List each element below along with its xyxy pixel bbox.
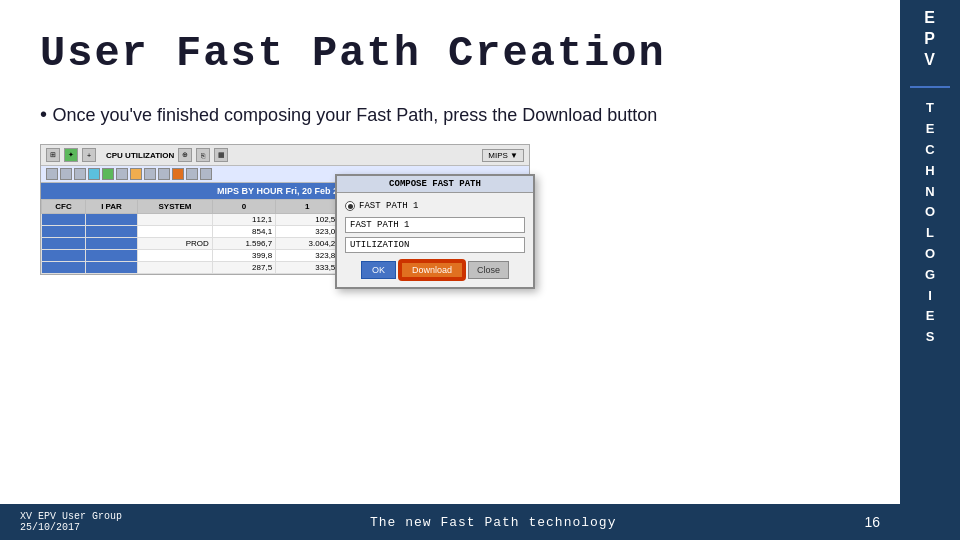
cell-0-4: 399,8 [212,250,275,262]
cell-ipar-1 [85,214,137,226]
sidebar-top-letters: EPV [924,8,936,70]
sidebar-bottom-letters: TECHNOLOGIES [925,98,935,348]
cell-cfc-2 [42,226,86,238]
cell-cfc-5 [42,262,86,274]
toolbar-icon-5: ⎘ [196,148,210,162]
cell-cfc-3 [42,238,86,250]
cell-sys-2 [138,226,213,238]
toolbar-icon-2: ✦ [64,148,78,162]
sc-toolbar: ⊞ ✦ + CPU UTILIZATION ⊕ ⎘ ▦ MIPS ▼ [41,145,529,166]
cell-1-3: 3.004,2 [276,238,339,250]
cell-cfc-4 [42,250,86,262]
cell-1-5: 333,5 [276,262,339,274]
footer-center-text: The new Fast Path technology [370,515,616,530]
toolbar-icon-1: ⊞ [46,148,60,162]
col-header-ipar: I PAR [85,200,137,214]
cell-0-1: 112,1 [212,214,275,226]
cell-1-4: 323,8 [276,250,339,262]
download-button[interactable]: Download [400,261,464,279]
cell-ipar-2 [85,226,137,238]
screenshot-wrapper: ⊞ ✦ + CPU UTILIZATION ⊕ ⎘ ▦ MIPS ▼ [40,144,530,275]
icon-bar-5 [130,168,142,180]
col-header-0: 0 [212,200,275,214]
icon-bar-6 [144,168,156,180]
footer: XV EPV User Group25/10/2017 The new Fast… [0,504,900,540]
page-title: User Fast Path Creation [40,30,860,78]
cell-sys-5 [138,262,213,274]
dialog-buttons: OK Download Close [345,261,525,279]
icon-bar-4 [116,168,128,180]
footer-left-text: XV EPV User Group25/10/2017 [20,511,122,533]
col-header-cfc: CFC [42,200,86,214]
col-header-1: 1 [276,200,339,214]
cell-ipar-3 [85,238,137,250]
toolbar-icon-3: + [82,148,96,162]
cell-1-2: 323,0 [276,226,339,238]
compose-fast-path-dialog: COMPOSE FAST PATH FAST PATH 1 FAST PATH … [335,174,535,289]
icon-bar-9 [186,168,198,180]
cell-cfc-1 [42,214,86,226]
icon-bar-3 [74,168,86,180]
sidebar-divider [910,86,950,88]
dialog-radio-row: FAST PATH 1 [345,201,525,211]
cell-0-2: 854,1 [212,226,275,238]
radio-label: FAST PATH 1 [359,201,418,211]
cell-0-3: 1.596,7 [212,238,275,250]
toolbar-icon-4: ⊕ [178,148,192,162]
icon-bar-8 [172,168,184,180]
icon-bar-csv [88,168,100,180]
cell-ipar-5 [85,262,137,274]
cell-1-1: 102,5 [276,214,339,226]
ok-button[interactable]: OK [361,261,396,279]
close-button[interactable]: Close [468,261,509,279]
dialog-body: FAST PATH 1 FAST PATH 1 UTILIZATION OK D… [337,193,533,287]
dialog-utilization-field[interactable]: UTILIZATION [345,237,525,253]
toolbar-label: CPU UTILIZATION [106,151,174,160]
icon-bar-7 [158,168,170,180]
dialog-fast-path-field[interactable]: FAST PATH 1 [345,217,525,233]
right-sidebar: EPV TECHNOLOGIES [900,0,960,540]
footer-page-number: 16 [864,514,880,530]
dialog-title: COMPOSE FAST PATH [337,176,533,193]
cell-sys-4 [138,250,213,262]
bullet-text: Once you've finished composing your Fast… [40,100,860,128]
icon-bar-10 [200,168,212,180]
cell-ipar-4 [85,250,137,262]
cell-sys-3: PROD [138,238,213,250]
radio-button[interactable] [345,201,355,211]
main-content: User Fast Path Creation Once you've fini… [0,0,900,540]
col-header-system: SYSTEM [138,200,213,214]
icon-bar-2 [60,168,72,180]
icon-bar-1 [46,168,58,180]
mips-dropdown[interactable]: MIPS ▼ [482,149,524,162]
icon-bar-star [102,168,114,180]
cell-sys-1 [138,214,213,226]
cell-0-5: 287,5 [212,262,275,274]
toolbar-icon-6: ▦ [214,148,228,162]
